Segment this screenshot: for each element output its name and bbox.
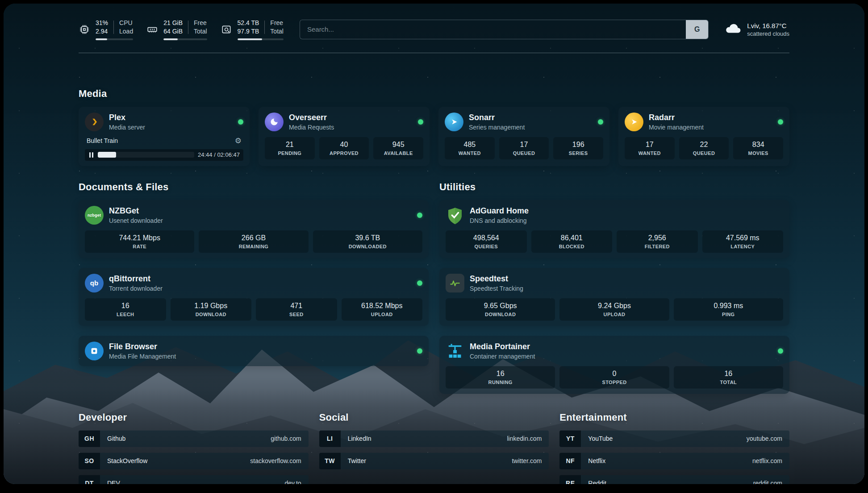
- qbittorrent-card[interactable]: qb qBittorrent Torrent downloader 16: [79, 268, 429, 326]
- bookmark-abbr: YT: [559, 430, 581, 447]
- stat-box: 0 STOPPED: [559, 366, 669, 389]
- stat-value: 2,956: [618, 234, 696, 242]
- bookmark-youtube[interactable]: YT YouTube youtube.com: [559, 430, 789, 447]
- ram-icon: [146, 24, 158, 35]
- plex-card[interactable]: Plex Media server Bullet Train: [79, 107, 250, 166]
- app-name: AdGuard Home: [470, 206, 529, 216]
- metric-divider: [264, 21, 265, 34]
- bookmark-url: twitter.com: [512, 453, 549, 469]
- overseerr-icon: [265, 113, 284, 131]
- metric-divider: [113, 21, 114, 34]
- app-name: qBittorrent: [109, 274, 163, 284]
- app-name: Radarr: [649, 113, 704, 122]
- stat-box: 39.6 TB DOWNLOADED: [313, 230, 422, 253]
- stat-box: 17 QUEUED: [499, 137, 549, 159]
- stat-label: TOTAL: [676, 380, 781, 385]
- status-dot: [417, 348, 422, 354]
- sonarr-icon: [445, 113, 463, 131]
- stat-label: RUNNING: [447, 380, 553, 385]
- cpu-load-value: 2.94: [96, 27, 108, 36]
- app-desc: Media server: [109, 124, 145, 131]
- section-title-media: Media: [79, 88, 789, 100]
- bookmark-twitter[interactable]: TW Twitter twitter.com: [319, 453, 549, 469]
- radarr-card[interactable]: Radarr Movie management 17 WANTED 22 QUE…: [618, 107, 789, 166]
- stat-label: QUERIES: [447, 244, 525, 249]
- app-name: Speedtest: [470, 274, 523, 284]
- playback-time: 24:44 / 02:06:47: [198, 151, 240, 158]
- bookmark-abbr: NF: [559, 453, 581, 469]
- nzbget-card[interactable]: nzbget NZBGet Usenet downloader 744.21 M…: [79, 200, 429, 258]
- stat-value: 17: [626, 141, 673, 149]
- bookmark-stackoverflow[interactable]: SO StackOverflow stackoverflow.com: [79, 453, 309, 469]
- stat-value: 86,401: [533, 234, 611, 242]
- cpu-label2: Load: [119, 27, 133, 36]
- metric-divider: [188, 21, 188, 34]
- ram-progress-track: [163, 38, 207, 40]
- bookmark-abbr: RE: [559, 475, 581, 484]
- stat-value: 744.21 Mbps: [87, 234, 192, 242]
- stat-label: REMAINING: [200, 244, 306, 249]
- stat-value: 196: [555, 141, 601, 149]
- ram-total: 64 GiB: [163, 27, 183, 36]
- speedtest-card[interactable]: Speedtest Speedtest Tracking 9.65 Gbps D…: [439, 268, 789, 326]
- search-input[interactable]: [300, 25, 686, 33]
- stat-label: DOWNLOAD: [447, 312, 553, 317]
- disk-label2: Total: [270, 27, 284, 36]
- stat-box: 9.24 Gbps UPLOAD: [559, 298, 669, 321]
- disk-progress-track: [238, 38, 284, 40]
- stat-value: 0.993 ms: [676, 302, 781, 310]
- app-desc: Container management: [470, 353, 535, 360]
- adguard-card[interactable]: AdGuard Home DNS and adblocking 498,564 …: [439, 200, 789, 258]
- bookmark-dev[interactable]: DT DEV dev.to: [79, 475, 309, 484]
- app-desc: Speedtest Tracking: [470, 285, 523, 292]
- sonarr-card[interactable]: Sonarr Series management 485 WANTED 17 Q…: [438, 107, 609, 166]
- bookmark-abbr: TW: [319, 453, 341, 469]
- weather-widget: Lviv, 16.87°C scattered clouds: [725, 20, 789, 39]
- bookmark-github[interactable]: GH Github github.com: [79, 430, 309, 447]
- status-dot: [418, 119, 423, 125]
- app-desc: Media File Management: [109, 353, 176, 360]
- stat-box: 196 SERIES: [553, 137, 603, 159]
- ram-free: 21 GiB: [163, 19, 183, 27]
- bookmark-netflix[interactable]: NF Netflix netflix.com: [559, 453, 789, 469]
- portainer-card[interactable]: Media Portainer Container management 16 …: [439, 336, 789, 394]
- stat-box: 16 TOTAL: [674, 366, 783, 389]
- bookmark-name: DEV: [100, 475, 120, 484]
- stat-box: 2,956 FILTERED: [617, 230, 698, 253]
- bookmark-linkedin[interactable]: LI LinkedIn linkedin.com: [319, 430, 549, 447]
- pause-icon[interactable]: [88, 151, 94, 159]
- bookmark-url: netflix.com: [752, 453, 789, 469]
- stat-value: 471: [258, 302, 335, 310]
- stat-value: 618.52 Mbps: [343, 302, 421, 310]
- qbittorrent-icon: qb: [85, 274, 104, 292]
- stat-label: BLOCKED: [533, 244, 611, 249]
- playback-progress-track[interactable]: [98, 152, 194, 158]
- stat-label: WANTED: [447, 150, 493, 156]
- search-bar: G: [300, 20, 709, 39]
- app-name: NZBGet: [109, 206, 163, 216]
- dashboard-screen: 31% 2.94 CPU Load: [4, 4, 864, 484]
- cpu-progress-fill: [96, 38, 107, 40]
- qbittorrent-icon-text: qb: [90, 279, 98, 287]
- stat-label: QUEUED: [501, 150, 547, 156]
- bookmark-url: youtube.com: [747, 430, 789, 447]
- ram-label2: Total: [194, 27, 207, 36]
- plex-icon: [85, 113, 104, 131]
- filebrowser-card[interactable]: File Browser Media File Management: [79, 336, 429, 366]
- stat-box: 1.19 Gbps DOWNLOAD: [171, 298, 252, 321]
- overseerr-card[interactable]: Overseerr Media Requests 21 PENDING 40 A…: [259, 107, 430, 166]
- stat-value: 16: [676, 370, 781, 378]
- app-desc: Movie management: [649, 124, 704, 131]
- stat-label: UPLOAD: [561, 312, 667, 317]
- search-engine-button[interactable]: G: [686, 20, 708, 39]
- weather-location: Lviv, 16.87°C: [747, 22, 789, 29]
- gear-icon[interactable]: [235, 137, 242, 145]
- stat-box: 40 APPROVED: [319, 137, 369, 159]
- stat-box: 471 SEED: [256, 298, 337, 321]
- app-desc: DNS and adblocking: [470, 217, 529, 224]
- stat-label: SEED: [258, 312, 335, 317]
- bookmark-reddit[interactable]: RE Reddit reddit.com: [559, 475, 789, 484]
- bookmark-name: Github: [100, 430, 125, 447]
- stat-label: RATE: [87, 244, 192, 249]
- status-dot: [778, 119, 783, 125]
